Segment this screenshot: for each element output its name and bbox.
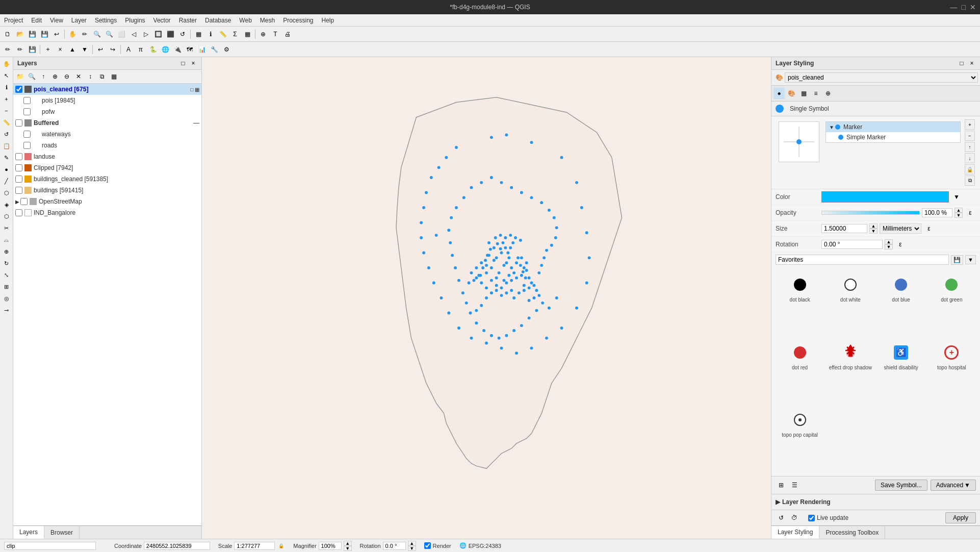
measure-tool[interactable]: 📏 — [1, 117, 12, 128]
opacity-input[interactable] — [922, 208, 952, 217]
layer-styling-close-btn[interactable]: × — [968, 59, 976, 67]
layers-expand-btn[interactable]: □ — [179, 59, 187, 67]
symbol-dot-black[interactable]: dot black — [776, 271, 824, 337]
menu-plugins[interactable]: Plugins — [121, 16, 149, 25]
rotation-expr-btn[interactable]: ε — [895, 239, 906, 250]
advanced-btn[interactable]: Advanced ▼ — [931, 480, 976, 491]
symbol-tree-simple-marker-row[interactable]: Simple Marker — [826, 132, 960, 142]
scale-tool[interactable]: ⤡ — [1, 269, 12, 281]
advanced-digitize-tool[interactable]: ⊞ — [1, 281, 12, 292]
zoom-layer-btn[interactable]: 🔲 — [152, 29, 164, 40]
layer-item-buffered[interactable]: Buffered — — [13, 117, 201, 129]
grid-view-btn[interactable]: ⊞ — [776, 480, 787, 491]
add-point-tool[interactable]: ● — [1, 164, 12, 175]
rotation-input[interactable] — [821, 240, 883, 249]
layer-checkbox-pofw[interactable] — [23, 108, 31, 115]
symbol-topo-pop-capital[interactable]: topo pop capital — [776, 406, 824, 472]
plugin5-btn[interactable]: 🔧 — [209, 44, 220, 55]
print-btn[interactable]: 🖨 — [282, 29, 293, 40]
symbol-effect-drop-shadow[interactable]: effect drop shadow — [826, 339, 874, 405]
favorites-input[interactable] — [776, 255, 949, 265]
identify-tool[interactable]: ℹ — [1, 82, 12, 93]
zoom-map-btn[interactable]: ⊕ — [257, 29, 269, 40]
fill-ring-tool[interactable]: ◎ — [1, 293, 12, 304]
layer-item-osm[interactable]: ▶ OpenStreetMap — [13, 196, 201, 207]
layer-selector-dropdown[interactable]: pois_cleaned — [785, 72, 978, 83]
layer-refresh-btn[interactable]: ↺ — [776, 512, 787, 523]
menu-raster[interactable]: Raster — [175, 16, 201, 25]
size-unit-select[interactable]: Millimeters Pixels Points — [880, 223, 921, 234]
tab-layers[interactable]: Layers — [13, 526, 44, 539]
layer-selector-icon-btn[interactable]: 🎨 — [773, 72, 785, 83]
vertex-tool[interactable]: ⬡ — [1, 211, 12, 222]
refresh-btn[interactable]: ↺ — [177, 29, 188, 40]
add-features-btn[interactable]: ✏ — [79, 29, 90, 40]
zoom-next-btn[interactable]: ▷ — [140, 29, 151, 40]
opacity-up-btn[interactable]: ▲ — [955, 208, 963, 213]
select-tool[interactable]: ↖ — [1, 70, 12, 81]
remove-layer-btn[interactable]: ✕ — [73, 71, 84, 82]
label-btn[interactable]: A — [123, 44, 134, 55]
delete-layer-btn[interactable]: × — [55, 44, 66, 55]
layer-item-buildings[interactable]: buildings [591415] — [13, 185, 201, 196]
live-update-checkbox[interactable] — [808, 515, 815, 521]
opacity-down-btn[interactable]: ▼ — [955, 213, 963, 218]
menu-web[interactable]: Web — [235, 16, 255, 25]
zoom-in-tool[interactable]: + — [1, 93, 12, 105]
layer-rendering-header[interactable]: ▶ Layer Rendering — [776, 496, 976, 508]
favorites-save-btn[interactable]: 💾 — [951, 255, 963, 265]
offset-tool[interactable]: ⊕ — [1, 246, 12, 257]
menu-vector[interactable]: Vector — [149, 16, 175, 25]
select-by-layer-btn[interactable]: ↑ — [38, 71, 49, 82]
remove-symbol-layer-btn[interactable]: − — [965, 131, 975, 141]
close-button[interactable]: ✕ — [970, 3, 976, 11]
pan-tool[interactable]: ✋ — [1, 58, 12, 69]
move-up-btn[interactable]: ▲ — [67, 44, 78, 55]
symbol-dot-blue[interactable]: dot blue — [877, 271, 925, 337]
move-up-symbol-btn[interactable]: ↑ — [965, 142, 975, 152]
zoom-out-btn[interactable]: 🔍 — [104, 29, 115, 40]
rotate-feature-tool[interactable]: ↻ — [1, 258, 12, 269]
rotate-tool[interactable]: ↺ — [1, 129, 12, 140]
layer-item-pois[interactable]: pois [19845] — [21, 95, 201, 106]
size-input[interactable] — [821, 224, 867, 233]
magnifier-input[interactable] — [319, 542, 342, 550]
menu-help[interactable]: Help — [318, 16, 339, 25]
zoom-out-tool[interactable]: − — [1, 105, 12, 116]
toggle-edit-btn[interactable]: ✏ — [14, 44, 25, 55]
edit-btn[interactable]: ✏ — [2, 44, 13, 55]
color-picker-btn[interactable] — [821, 191, 949, 203]
render-checkbox[interactable] — [424, 542, 431, 549]
save-as-btn[interactable]: 💾 — [39, 29, 50, 40]
filter-layer-btn[interactable]: ▦ — [108, 71, 119, 82]
layer-styling-float-btn[interactable]: □ — [958, 59, 966, 67]
tab-processing-toolbox[interactable]: Processing Toolbox — [819, 526, 885, 539]
menu-project[interactable]: Project — [0, 16, 27, 25]
layer-checkbox-pois-cleaned[interactable] — [15, 86, 22, 93]
layer-checkbox-osm[interactable] — [20, 198, 28, 205]
layer-checkbox-pois[interactable] — [23, 97, 31, 104]
graduated-btn[interactable]: ▦ — [798, 88, 809, 99]
add-symbol-layer-btn[interactable]: + — [965, 119, 975, 130]
layers-close-btn[interactable]: × — [189, 59, 197, 67]
menu-processing[interactable]: Processing — [279, 16, 317, 25]
diagram-btn[interactable]: π — [135, 44, 146, 55]
zoom-in-btn[interactable]: 🔍 — [91, 29, 102, 40]
categorized-btn[interactable]: 🎨 — [786, 88, 797, 99]
plugin6-btn[interactable]: ⚙ — [221, 44, 232, 55]
rotation-up-btn[interactable]: ▲ — [885, 239, 893, 244]
duplicate-layer-btn[interactable]: ⧉ — [96, 71, 108, 82]
collapse-all-btn[interactable]: ⊖ — [61, 71, 72, 82]
color-dropdown-btn[interactable]: ▼ — [951, 191, 962, 203]
select-btn[interactable]: ▦ — [193, 29, 204, 40]
layer-item-ind-bangalore[interactable]: IND_Bangalore — [13, 207, 201, 218]
size-expr-btn[interactable]: ε — [923, 223, 935, 234]
add-polygon-tool[interactable]: ⬡ — [1, 187, 12, 198]
scale-lock-btn[interactable]: 🔒 — [277, 542, 285, 550]
point-cluster-btn[interactable]: ⊕ — [822, 88, 834, 99]
tab-layer-styling[interactable]: Layer Styling — [771, 526, 819, 539]
layer-collapse-buffered[interactable]: — — [193, 119, 199, 127]
layer-checkbox-landuse[interactable] — [15, 153, 22, 160]
menu-edit[interactable]: Edit — [27, 16, 46, 25]
split-tool[interactable]: ✂ — [1, 222, 12, 234]
